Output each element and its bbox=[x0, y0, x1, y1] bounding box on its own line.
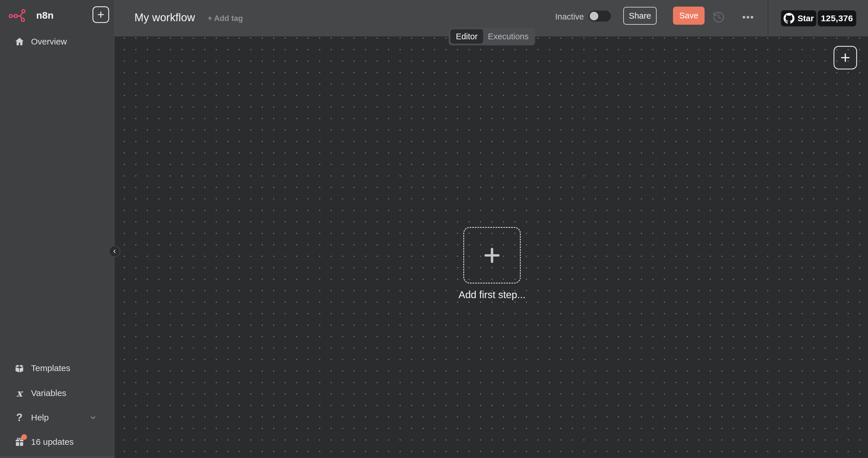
plus-icon bbox=[481, 244, 503, 266]
sidebar: n8n Overview Templates x Variable bbox=[0, 0, 115, 458]
github-icon bbox=[783, 13, 795, 24]
tab-executions[interactable]: Executions bbox=[483, 29, 533, 44]
add-first-step-box[interactable] bbox=[463, 227, 521, 284]
toggle-knob bbox=[590, 12, 598, 21]
sidebar-bottom-strip bbox=[0, 456, 115, 458]
share-button[interactable]: Share bbox=[623, 7, 657, 25]
box-icon bbox=[14, 363, 25, 373]
plus-icon bbox=[839, 52, 851, 64]
sidebar-item-label: Help bbox=[31, 413, 49, 422]
workflow-canvas[interactable]: Add first step... bbox=[115, 36, 868, 458]
sidebar-item-label: Variables bbox=[31, 388, 66, 398]
add-tag-button[interactable]: + Add tag bbox=[208, 14, 243, 23]
editor-executions-tabs: Editor Executions bbox=[448, 28, 535, 45]
home-icon bbox=[14, 36, 25, 47]
question-icon: ? bbox=[14, 413, 25, 423]
new-workflow-button[interactable] bbox=[92, 6, 109, 23]
add-first-step-label: Add first step... bbox=[435, 289, 550, 300]
sidebar-item-label: Overview bbox=[31, 37, 67, 46]
n8n-logo-icon bbox=[9, 9, 32, 22]
more-options-icon[interactable] bbox=[741, 13, 754, 21]
github-star-button[interactable]: Star bbox=[781, 10, 816, 26]
save-button[interactable]: Save bbox=[673, 7, 705, 25]
sidebar-item-variables[interactable]: x Variables bbox=[0, 383, 115, 403]
brand-name: n8n bbox=[36, 10, 54, 21]
workflow-title[interactable]: My workflow bbox=[134, 11, 195, 24]
workflow-status-label: Inactive bbox=[534, 12, 584, 22]
activate-toggle[interactable] bbox=[589, 11, 611, 22]
chevron-down-icon bbox=[89, 414, 97, 422]
updates-badge bbox=[21, 434, 27, 440]
sidebar-item-overview[interactable]: Overview bbox=[0, 32, 115, 52]
gift-icon bbox=[14, 437, 25, 447]
sidebar-item-label: 16 updates bbox=[31, 437, 73, 447]
collapse-sidebar-button[interactable] bbox=[109, 246, 120, 257]
sidebar-item-label: Templates bbox=[31, 363, 70, 373]
plus-icon bbox=[96, 10, 105, 19]
n8n-app: Add first step... My workflow + Add tag … bbox=[0, 0, 868, 458]
header-divider bbox=[768, 0, 768, 36]
workflow-history-icon[interactable] bbox=[712, 11, 725, 24]
variable-x-icon: x bbox=[14, 388, 25, 399]
sidebar-item-help[interactable]: ? Help bbox=[0, 407, 115, 428]
add-node-button[interactable] bbox=[834, 46, 857, 69]
sidebar-item-updates[interactable]: 16 updates bbox=[0, 432, 115, 452]
n8n-logo: n8n bbox=[9, 9, 54, 22]
github-star-count[interactable]: 125,376 bbox=[818, 10, 856, 26]
github-star-label: Star bbox=[798, 14, 814, 23]
tab-editor[interactable]: Editor bbox=[451, 29, 483, 44]
header-bar: My workflow + Add tag Editor Executions … bbox=[115, 0, 868, 36]
sidebar-item-templates[interactable]: Templates bbox=[0, 358, 115, 378]
